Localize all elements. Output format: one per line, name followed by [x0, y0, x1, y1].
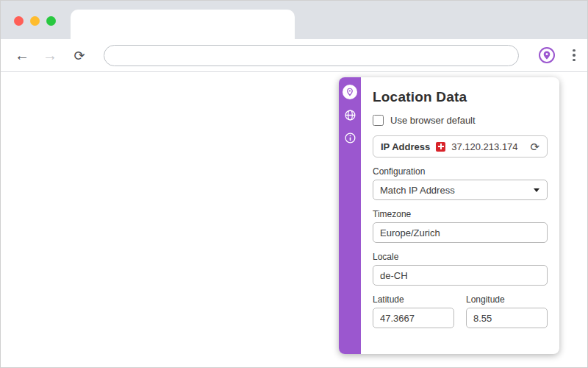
- panel-sidebar: [339, 77, 361, 354]
- latitude-input[interactable]: [373, 308, 454, 328]
- configuration-value: Match IP Address: [380, 185, 455, 196]
- timezone-label: Timezone: [373, 209, 548, 219]
- longitude-label: Longitude: [466, 294, 548, 305]
- ip-address-value: 37.120.213.174: [451, 141, 517, 152]
- longitude-input[interactable]: [466, 308, 548, 328]
- close-window-button[interactable]: [14, 16, 24, 26]
- panel-title: Location Data: [373, 89, 548, 105]
- switzerland-flag-icon: [436, 142, 445, 152]
- globe-tab-icon[interactable]: [343, 107, 357, 122]
- maximize-window-button[interactable]: [46, 16, 56, 26]
- timezone-input[interactable]: [373, 222, 548, 243]
- back-icon[interactable]: ←: [10, 39, 35, 72]
- page-content: Location Data Use browser default IP Add…: [1, 72, 588, 368]
- latitude-label: Latitude: [373, 294, 454, 305]
- browser-tab[interactable]: [71, 10, 295, 39]
- coordinates-row: Latitude Longitude: [373, 286, 548, 328]
- tab-strip: [1, 1, 588, 39]
- locale-input[interactable]: [373, 265, 548, 286]
- forward-icon[interactable]: →: [37, 39, 62, 72]
- info-tab-icon[interactable]: [343, 130, 357, 145]
- chevron-down-icon: [534, 188, 539, 192]
- ip-address-box: IP Address 37.120.213.174 ⟳: [373, 135, 548, 158]
- minimize-window-button[interactable]: [30, 16, 40, 26]
- browser-window: ← → ⟳: [0, 0, 588, 368]
- use-browser-default-row: Use browser default: [373, 115, 548, 126]
- configuration-dropdown[interactable]: Match IP Address: [373, 180, 548, 200]
- refresh-ip-icon[interactable]: ⟳: [530, 141, 539, 152]
- location-tab-icon[interactable]: [343, 85, 357, 99]
- configuration-label: Configuration: [373, 166, 548, 177]
- panel-body: Location Data Use browser default IP Add…: [361, 77, 559, 354]
- use-browser-default-checkbox[interactable]: [373, 115, 384, 126]
- ip-address-label: IP Address: [381, 141, 430, 152]
- browser-menu-icon[interactable]: [565, 45, 583, 66]
- extension-panel: Location Data Use browser default IP Add…: [339, 77, 559, 354]
- browser-toolbar: ← → ⟳: [1, 39, 588, 72]
- address-bar[interactable]: [104, 45, 519, 66]
- reload-icon[interactable]: ⟳: [67, 39, 92, 72]
- extension-logo-icon[interactable]: [537, 45, 557, 66]
- use-browser-default-label[interactable]: Use browser default: [390, 115, 476, 126]
- locale-label: Locale: [373, 252, 548, 262]
